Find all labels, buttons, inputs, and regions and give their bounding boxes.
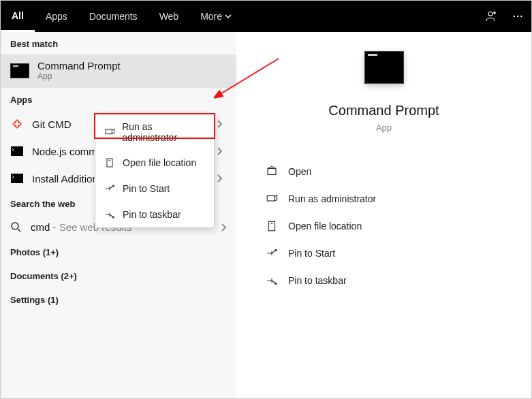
context-menu: Run as administrator Open file location … <box>95 114 215 228</box>
start-search-window: All Apps Documents Web More Best match <box>0 0 532 399</box>
tab-all[interactable]: All <box>1 1 35 32</box>
ctx-label: Open file location <box>123 157 196 168</box>
best-match-label: Best match <box>1 32 236 54</box>
command-prompt-icon <box>10 63 29 78</box>
svg-rect-15 <box>267 196 275 202</box>
more-options-icon[interactable] <box>504 1 531 32</box>
category-photos[interactable]: Photos (1+) <box>1 240 236 264</box>
svg-point-12 <box>112 185 114 187</box>
terminal-icon <box>10 144 24 158</box>
main-area: Best match Command Prompt App Apps Git C… <box>1 32 531 398</box>
category-settings[interactable]: Settings (1) <box>1 288 236 312</box>
svg-rect-10 <box>106 129 112 134</box>
preview-actions: Open Run as administrator Open file loca… <box>236 160 531 292</box>
action-label: Run as administrator <box>288 193 376 204</box>
tab-more[interactable]: More <box>189 1 242 32</box>
preview-title: Command Prompt <box>328 103 439 118</box>
ctx-pin-to-taskbar[interactable]: Pin to taskbar <box>95 202 214 227</box>
tab-apps[interactable]: Apps <box>35 1 78 32</box>
category-documents[interactable]: Documents (2+) <box>1 264 236 288</box>
feedback-icon[interactable] <box>477 1 504 32</box>
best-match-item[interactable]: Command Prompt App <box>1 54 236 88</box>
svg-point-17 <box>275 249 277 251</box>
ctx-run-as-administrator[interactable]: Run as administrator <box>95 114 214 150</box>
pin-taskbar-icon <box>265 274 279 287</box>
apps-label: Apps <box>1 88 236 110</box>
svg-point-13 <box>112 217 114 218</box>
preview-subtitle: App <box>376 123 392 133</box>
chevron-down-icon <box>225 13 232 20</box>
ctx-label: Pin to Start <box>123 183 170 194</box>
pin-taskbar-icon <box>104 208 116 221</box>
svg-point-0 <box>488 12 492 16</box>
folder-location-icon <box>265 219 279 233</box>
command-prompt-preview-icon <box>364 51 404 84</box>
action-pin-to-taskbar[interactable]: Pin to taskbar <box>262 269 505 292</box>
ctx-open-file-location[interactable]: Open file location <box>95 150 214 176</box>
terminal-icon <box>10 172 24 185</box>
tab-web[interactable]: Web <box>148 1 190 32</box>
svg-rect-5 <box>14 123 20 125</box>
best-match-subtitle: App <box>37 71 121 81</box>
search-icon <box>10 221 22 234</box>
shield-admin-icon <box>104 126 115 138</box>
ctx-label: Pin to taskbar <box>123 209 181 220</box>
folder-location-icon <box>104 157 116 169</box>
chevron-right-icon[interactable] <box>220 223 227 232</box>
svg-rect-11 <box>107 159 112 167</box>
preview-pane: Command Prompt App Open Run as administr… <box>236 32 531 398</box>
git-icon <box>10 117 24 131</box>
svg-point-8 <box>12 223 18 229</box>
action-label: Open file location <box>288 221 362 232</box>
svg-point-18 <box>275 283 277 284</box>
svg-point-3 <box>520 16 522 17</box>
svg-point-1 <box>514 16 515 17</box>
ctx-pin-to-start[interactable]: Pin to Start <box>95 176 214 202</box>
svg-rect-16 <box>269 221 275 231</box>
action-open-file-location[interactable]: Open file location <box>262 214 505 238</box>
action-label: Pin to taskbar <box>288 275 347 286</box>
tab-more-label: More <box>200 11 222 22</box>
svg-point-2 <box>517 16 518 17</box>
tab-documents[interactable]: Documents <box>78 1 148 32</box>
pin-start-icon <box>104 182 116 195</box>
pin-start-icon <box>265 246 279 260</box>
svg-line-9 <box>18 229 20 232</box>
action-label: Pin to Start <box>288 248 335 259</box>
action-run-as-administrator[interactable]: Run as administrator <box>262 187 505 210</box>
action-pin-to-start[interactable]: Pin to Start <box>262 242 505 265</box>
best-match-texts: Command Prompt App <box>37 60 121 81</box>
action-label: Open <box>288 166 311 177</box>
action-open[interactable]: Open <box>262 160 505 183</box>
search-scope-tabs: All Apps Documents Web More <box>1 1 531 32</box>
best-match-title: Command Prompt <box>37 60 121 71</box>
results-column: Best match Command Prompt App Apps Git C… <box>1 32 236 398</box>
topbar-spacer <box>242 1 477 32</box>
open-icon <box>265 165 279 178</box>
svg-rect-14 <box>268 169 276 175</box>
shield-admin-icon <box>265 192 279 206</box>
ctx-label: Run as administrator <box>122 121 206 143</box>
